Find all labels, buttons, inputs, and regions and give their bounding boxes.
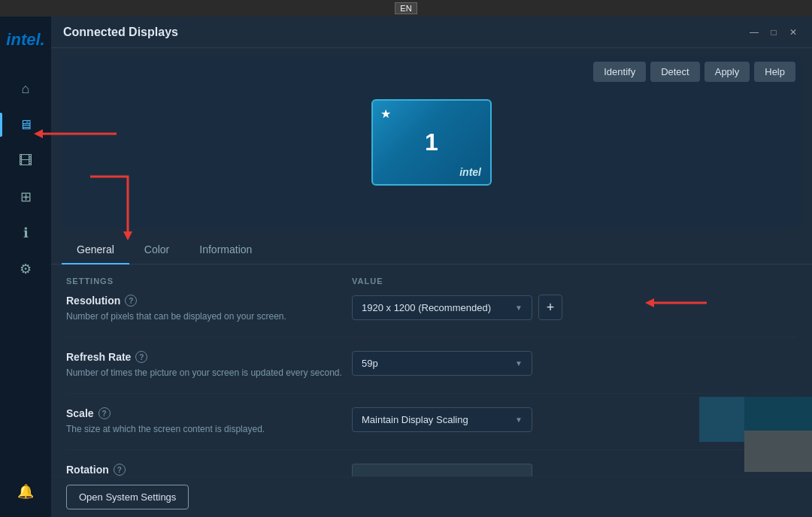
refresh-rate-description: Number of times the picture on your scre…: [66, 366, 352, 379]
language-badge: EN: [395, 2, 417, 14]
sidebar-item-display[interactable]: 🖥: [0, 107, 51, 143]
chevron-down-icon: ▼: [515, 304, 523, 312]
detect-button[interactable]: Detect: [650, 62, 700, 82]
sidebar-item-notifications[interactable]: 🔔: [0, 473, 51, 509]
resolution-label-col: Resolution ? Number of pixels that can b…: [66, 295, 352, 323]
display-icon: 🖥: [19, 117, 32, 133]
scale-row: Scale ? The size at which the screen con…: [66, 407, 797, 450]
scale-value-col: Maintain Display Scaling ▼: [352, 407, 532, 432]
resolution-dropdown[interactable]: 1920 x 1200 (Recommended) ▼: [352, 295, 532, 320]
rotation-help-icon[interactable]: ?: [114, 464, 126, 476]
display-brand: intel: [459, 166, 481, 178]
column-headers: SETTINGS VALUE: [66, 277, 797, 286]
rotation-title: Rotation ?: [66, 464, 352, 476]
scale-dropdown[interactable]: Maintain Display Scaling ▼: [352, 407, 532, 432]
refresh-rate-help-icon[interactable]: ?: [135, 351, 147, 363]
refresh-rate-value: 59p: [362, 358, 378, 369]
tabs-row: General Color Information: [51, 236, 812, 265]
intel-logo: intel.: [6, 24, 44, 56]
rotation-label-col: Rotation ?: [66, 464, 352, 476]
help-button[interactable]: Help: [754, 62, 795, 82]
display-number: 1: [373, 128, 490, 156]
decorative-square-2: [744, 431, 812, 472]
settings-area: SETTINGS VALUE Resolution ? Number of pi…: [51, 265, 812, 476]
refresh-rate-label-col: Refresh Rate ? Number of times the pictu…: [66, 351, 352, 379]
rotation-dropdown[interactable]: [352, 464, 532, 476]
scale-help-icon[interactable]: ?: [98, 407, 111, 419]
maximize-button[interactable]: □: [767, 26, 780, 39]
gear-icon: ⚙: [20, 261, 32, 277]
display-star-icon: ★: [380, 107, 391, 121]
settings-column-header: SETTINGS: [66, 277, 352, 286]
main-window: Connected Displays — □ ✕ Identify Detect…: [51, 17, 812, 517]
tab-information[interactable]: Information: [184, 236, 267, 265]
display-monitor: ★ 1 intel: [371, 99, 492, 186]
resolution-description: Number of pixels that can be displayed o…: [66, 310, 352, 323]
decorative-square-3: [699, 397, 744, 442]
toolbar: Identify Detect Apply Help: [593, 62, 795, 82]
scale-description: The size at which the screen content is …: [66, 422, 352, 436]
apply-button[interactable]: Apply: [704, 62, 750, 82]
title-bar: Connected Displays — □ ✕: [51, 17, 812, 48]
sidebar-item-video[interactable]: 🎞: [0, 143, 51, 179]
scale-title: Scale ?: [66, 407, 352, 419]
info-icon: ℹ: [23, 225, 29, 241]
refresh-rate-value-col: 59p ▼: [352, 351, 532, 376]
sidebar-item-info[interactable]: ℹ: [0, 215, 51, 251]
bottom-bar: Open System Settings: [51, 476, 812, 517]
video-icon: 🎞: [19, 153, 32, 169]
value-column-header: VALUE: [352, 277, 383, 286]
taskbar-top: EN: [0, 0, 812, 17]
home-icon: ⌂: [22, 81, 30, 97]
resolution-value-col: 1920 x 1200 (Recommended) ▼ +: [352, 295, 562, 320]
scale-label-col: Scale ? The size at which the screen con…: [66, 407, 352, 436]
scale-value: Maintain Display Scaling: [362, 414, 468, 425]
window-title: Connected Displays: [63, 26, 178, 39]
resolution-help-icon[interactable]: ?: [125, 295, 137, 307]
refresh-rate-title: Refresh Rate ?: [66, 351, 352, 363]
apps-icon: ⊞: [20, 189, 32, 205]
open-system-settings-button[interactable]: Open System Settings: [66, 485, 189, 509]
tab-general[interactable]: General: [62, 236, 129, 265]
chevron-down-icon: ▼: [515, 416, 523, 424]
sidebar-item-home[interactable]: ⌂: [0, 71, 51, 107]
resolution-value: 1920 x 1200 (Recommended): [362, 302, 491, 313]
display-preview-area: Identify Detect Apply Help ★ 1 intel: [62, 56, 801, 228]
sidebar-item-settings[interactable]: ⚙: [0, 251, 51, 287]
resolution-row: Resolution ? Number of pixels that can b…: [66, 295, 797, 337]
resolution-title: Resolution ?: [66, 295, 352, 307]
close-button[interactable]: ✕: [786, 26, 800, 39]
minimize-button[interactable]: —: [747, 26, 761, 39]
chevron-down-icon: ▼: [515, 359, 523, 367]
rotation-row: Rotation ?: [66, 464, 797, 476]
sidebar: intel. ⌂ 🖥 🎞 ⊞ ℹ ⚙ 🔔: [0, 17, 51, 517]
resolution-add-button[interactable]: +: [538, 295, 562, 320]
rotation-value-col: [352, 464, 532, 476]
window-controls: — □ ✕: [747, 26, 800, 39]
bell-icon: 🔔: [17, 483, 34, 500]
identify-button[interactable]: Identify: [593, 62, 646, 82]
refresh-rate-row: Refresh Rate ? Number of times the pictu…: [66, 351, 797, 394]
refresh-rate-dropdown[interactable]: 59p ▼: [352, 351, 532, 376]
tab-color[interactable]: Color: [129, 236, 184, 265]
sidebar-item-apps[interactable]: ⊞: [0, 179, 51, 215]
